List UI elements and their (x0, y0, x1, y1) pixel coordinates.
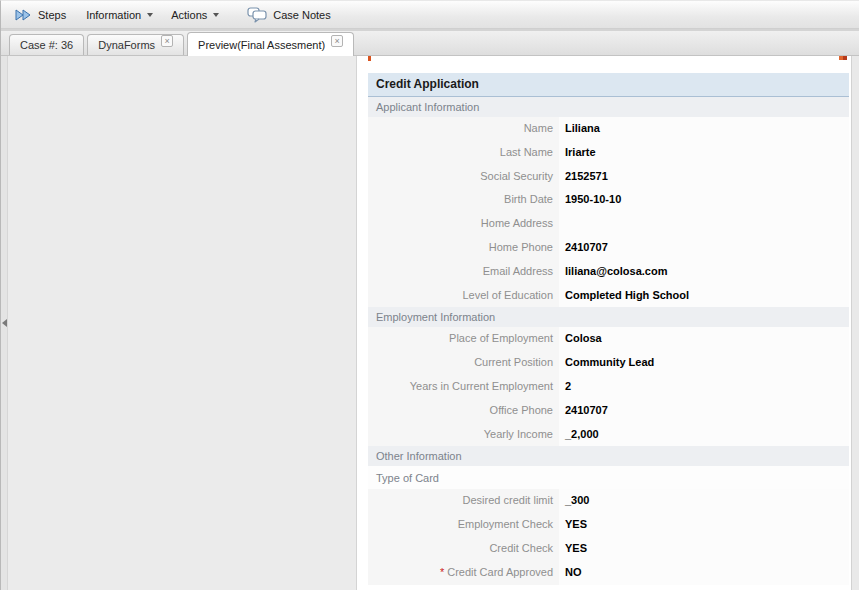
section-header: Other Information (368, 446, 849, 466)
form-row: Email Addressliliana@colosa.com (368, 260, 849, 284)
field-label: Name (368, 117, 559, 141)
field-value: _300 (559, 489, 849, 513)
case-window: Steps Information Actions Case Notes (0, 0, 859, 590)
chevron-down-icon (147, 13, 153, 17)
form-title: Credit Application (368, 73, 849, 97)
chevron-down-icon (213, 13, 219, 17)
field-value: Iriarte (559, 141, 849, 165)
form-row: Birth Date1950-10-10 (368, 188, 849, 212)
field-value: 1950-10-10 (559, 188, 849, 212)
tab-label: Preview(Final Assesment) (198, 39, 325, 51)
case-notes-icon (247, 7, 267, 23)
field-value: YES (559, 537, 849, 561)
toolbar: Steps Information Actions Case Notes (1, 1, 859, 29)
field-label: Yearly Income (368, 423, 559, 447)
steps-button[interactable]: Steps (10, 4, 73, 26)
field-value: Completed High School (559, 284, 849, 308)
field-label: Office Phone (368, 399, 559, 423)
field-value: YES (559, 513, 849, 537)
form-row: Home Phone2410707 (368, 236, 849, 260)
field-value: Liliana (559, 117, 849, 141)
form-row: Social Security2152571 (368, 165, 849, 189)
field-label: Email Address (368, 260, 559, 284)
left-panel-empty (8, 56, 357, 590)
field-value: liliana@colosa.com (559, 260, 849, 284)
section-header: Employment Information (368, 307, 849, 327)
west-panel-collapse-bar[interactable] (1, 56, 8, 590)
tab-label: Case #: 36 (20, 39, 73, 51)
field-value: Colosa (559, 327, 849, 351)
tab-dynaforms[interactable]: DynaForms × (87, 34, 184, 55)
field-value: 2152571 (559, 165, 849, 189)
field-label: Level of Education (368, 284, 559, 308)
tab-case-number[interactable]: Case #: 36 (9, 34, 84, 55)
steps-icon (15, 8, 32, 22)
form-row: Place of EmploymentColosa (368, 327, 849, 351)
form-row: Employment CheckYES (368, 513, 849, 537)
field-label: Home Address (368, 212, 559, 236)
steps-label: Steps (36, 9, 68, 21)
form-row: * Credit Card ApprovedNO (368, 561, 849, 585)
field-label: Place of Employment (368, 327, 559, 351)
close-icon[interactable]: × (331, 35, 343, 47)
field-label: Social Security (368, 165, 559, 189)
tab-strip: Case #: 36 DynaForms × Preview(Final Ass… (1, 29, 859, 56)
case-notes-label: Case Notes (271, 9, 332, 21)
information-label: Information (84, 9, 143, 21)
field-label: Last Name (368, 141, 559, 165)
actions-menu-button[interactable]: Actions (164, 4, 224, 26)
form-row: Years in Current Employment2 (368, 375, 849, 399)
form-row: NameLiliana (368, 117, 849, 141)
actions-label: Actions (169, 9, 209, 21)
credit-application-form: Credit Application Applicant Information… (368, 73, 849, 585)
content-area: Credit Application Applicant Information… (1, 56, 859, 590)
case-notes-button[interactable]: Case Notes (242, 4, 337, 26)
form-row: Last NameIriarte (368, 141, 849, 165)
vertical-scrollbar[interactable] (851, 56, 859, 590)
collapse-left-icon (2, 319, 7, 327)
orange-marker-right (839, 56, 847, 60)
form-row: Level of EducationCompleted High School (368, 284, 849, 308)
orange-marker-left (368, 56, 371, 61)
form-row: Yearly Income_2,000 (368, 423, 849, 447)
field-value: NO (559, 561, 849, 585)
form-row: Office Phone2410707 (368, 399, 849, 423)
form-row: Current PositionCommunity Lead (368, 351, 849, 375)
information-menu-button[interactable]: Information (79, 4, 158, 26)
tab-label: DynaForms (98, 39, 155, 51)
section-header: Applicant Information (368, 97, 849, 117)
field-value: 2410707 (559, 236, 849, 260)
field-label: Home Phone (368, 236, 559, 260)
field-label: Desired credit limit (368, 489, 559, 513)
field-label: Current Position (368, 351, 559, 375)
field-value: 2410707 (559, 399, 849, 423)
field-label: Years in Current Employment (368, 375, 559, 399)
field-label: Credit Check (368, 537, 559, 561)
close-icon[interactable]: × (161, 35, 173, 47)
dynaform-preview-panel: Credit Application Applicant Information… (357, 56, 851, 590)
field-label: Birth Date (368, 188, 559, 212)
form-row: Credit CheckYES (368, 537, 849, 561)
field-label: Employment Check (368, 513, 559, 537)
section-subtitle: Type of Card (368, 466, 849, 489)
tab-preview-final-assesment[interactable]: Preview(Final Assesment) × (187, 32, 354, 56)
field-value (559, 212, 849, 236)
field-value: Community Lead (559, 351, 849, 375)
field-value: 2 (559, 375, 849, 399)
form-row: Desired credit limit_300 (368, 489, 849, 513)
form-body: Applicant InformationNameLilianaLast Nam… (368, 97, 849, 585)
form-row: Home Address (368, 212, 849, 236)
required-asterisk: * (440, 566, 447, 578)
field-value: _2,000 (559, 423, 849, 447)
field-label: * Credit Card Approved (368, 561, 559, 585)
